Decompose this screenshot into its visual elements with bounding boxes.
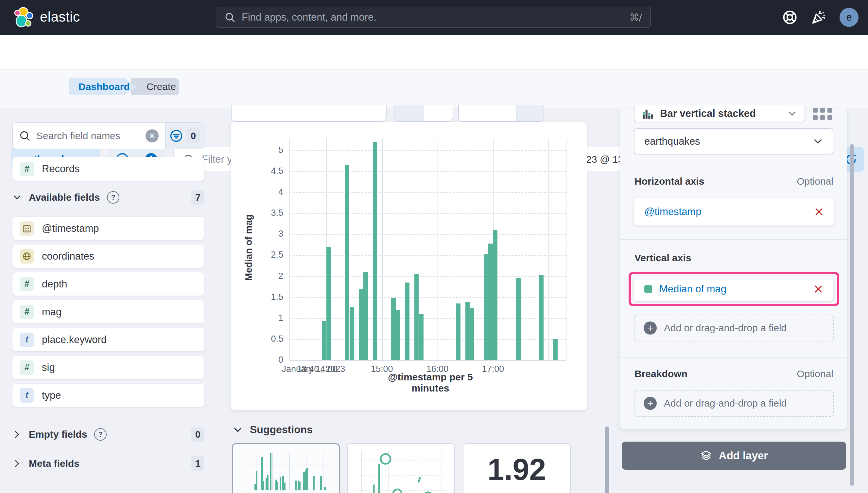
y-gridline (290, 276, 566, 277)
field-item-place-keyword[interactable]: tplace.keyword (13, 328, 204, 351)
field-item--timestamp[interactable]: @timestamp (13, 217, 204, 240)
app-nav-bar: D Create Dashboard Explore data in Disco… (0, 35, 868, 69)
field-search-input[interactable]: Search field names (13, 123, 165, 149)
records-field-item[interactable]: # Records (13, 157, 204, 181)
breadcrumb-dashboard[interactable]: Dashboard (69, 78, 137, 95)
bar-14:00[interactable] (326, 247, 331, 360)
bar-16:30[interactable] (465, 302, 470, 360)
y-gridline (290, 234, 566, 235)
add-layer-button[interactable]: Add layer (622, 442, 846, 470)
number-token-icon: # (20, 277, 34, 291)
bar-15:15[interactable] (396, 310, 400, 360)
help-button[interactable] (780, 7, 800, 27)
field-item-type[interactable]: ttype (13, 384, 204, 407)
chevron-right-icon (13, 459, 22, 468)
suggestions-header[interactable]: Suggestions (233, 424, 313, 436)
mini-bar (320, 476, 322, 490)
workspace-toolbar-control-clipped[interactable] (231, 105, 387, 122)
vertical-axis-field-median-of-mag[interactable]: Median of mag (634, 277, 833, 301)
field-item-coordinates[interactable]: coordinates (13, 244, 204, 268)
y-tick-label: 0.5 (234, 334, 283, 344)
bar-16:50[interactable] (484, 254, 488, 360)
bar-15:35[interactable] (414, 274, 419, 360)
lens-editor-screen: elastic Find apps, content, and more. ⌘/ (0, 0, 868, 493)
remove-horizontal-field-button[interactable] (814, 207, 824, 216)
panel-vertical-scrollbar[interactable] (850, 144, 854, 486)
meta-fields-section-toggle[interactable]: Meta fields 1 (13, 455, 204, 472)
field-item-mag[interactable]: #mag (13, 300, 204, 323)
bar-18:05[interactable] (553, 339, 557, 360)
y-gridline (290, 255, 566, 256)
keyword-token-icon: t (20, 388, 34, 403)
y-tick-label: 2 (234, 271, 283, 281)
available-fields-section-toggle[interactable]: Available fields ? 7 (13, 189, 204, 206)
mini-gridline (289, 453, 290, 490)
bar-17:50[interactable] (539, 275, 544, 360)
chevron-down-icon (233, 425, 243, 435)
x-axis-title: @timestamp per 5 minutes (368, 371, 493, 394)
y-gridline (290, 339, 566, 340)
bar-14:20[interactable] (345, 165, 350, 360)
calendar-token-icon (20, 221, 34, 236)
breakdown-add-field-button[interactable]: + Add or drag-and-drop a field (634, 390, 834, 417)
bar-13:55[interactable] (322, 321, 326, 360)
bar-14:50[interactable] (373, 142, 378, 360)
suggestions-title: Suggestions (250, 424, 313, 436)
field-name-label: sig (42, 362, 55, 373)
suggestion-scatter-chart[interactable] (347, 443, 455, 493)
empty-fields-count-badge: 0 (191, 427, 204, 442)
bar-15:25[interactable] (405, 282, 410, 360)
bar-16:35[interactable] (470, 308, 475, 360)
y-gridline (290, 318, 566, 319)
bar-16:55[interactable] (488, 243, 493, 360)
global-search-input[interactable]: Find apps, content, and more. ⌘/ (216, 7, 651, 28)
panel-divider (620, 358, 847, 358)
field-item-depth[interactable]: #depth (13, 272, 204, 296)
x-gridline (566, 138, 567, 360)
toolbar-button-group-clipped[interactable] (394, 105, 453, 122)
mini-bar (313, 476, 315, 490)
remove-vertical-field-button[interactable] (814, 284, 823, 294)
suggestion-scatter-preview (356, 449, 449, 493)
x-gridline (382, 138, 383, 360)
suggestion-bar-chart[interactable] (232, 443, 340, 493)
vertical-axis-field-label: Median of mag (659, 283, 806, 295)
field-name-label: mag (42, 306, 62, 318)
y-tick-label: 4 (234, 187, 283, 197)
user-avatar[interactable]: e (840, 8, 859, 27)
y-gridline (290, 171, 566, 172)
global-search-placeholder: Find apps, content, and more. (242, 12, 623, 23)
empty-fields-section-toggle[interactable]: Empty fields ? 0 (13, 426, 204, 443)
bar-17:00[interactable] (493, 230, 498, 360)
horizontal-axis-field-label: @timestamp (644, 206, 807, 218)
bar-15:40[interactable] (419, 314, 424, 360)
add-layer-label: Add layer (719, 449, 768, 462)
y-gridline (290, 192, 566, 193)
chart-type-selector[interactable]: Bar vertical stacked (634, 105, 805, 123)
layer-data-view-label: earthquakes (644, 135, 813, 147)
vertical-axis-add-field-button[interactable]: + Add or drag-and-drop a field (634, 315, 834, 341)
elastic-logo[interactable] (14, 6, 35, 28)
chevron-down-icon (787, 109, 797, 118)
bar-15:10[interactable] (391, 298, 396, 360)
bar-14:35[interactable] (359, 289, 363, 360)
bar-17:25[interactable] (516, 278, 521, 360)
y-tick-label: 3 (234, 229, 283, 239)
suggestion-metric[interactable]: 1.92 (463, 443, 571, 493)
toolbar-button-group2-clipped[interactable] (458, 105, 544, 122)
search-icon (225, 12, 235, 23)
layer-data-view-selector[interactable]: earthquakes (634, 128, 833, 154)
chart-switch-grid-icon[interactable] (813, 108, 832, 120)
chevron-down-icon (13, 193, 22, 202)
workspace-vertical-scrollbar[interactable] (605, 427, 609, 493)
clear-search-button[interactable] (145, 129, 159, 143)
x-gridline (438, 138, 438, 360)
field-filter-button[interactable]: 0 (165, 123, 204, 149)
available-fields-title: Available fields (29, 192, 100, 203)
bar-16:20[interactable] (456, 303, 460, 360)
horizontal-axis-field-timestamp[interactable]: @timestamp (634, 198, 834, 226)
field-item-sig[interactable]: #sig (13, 356, 204, 379)
news-button[interactable] (809, 7, 828, 27)
bar-14:40[interactable] (363, 272, 368, 360)
bar-14:25[interactable] (350, 307, 354, 360)
